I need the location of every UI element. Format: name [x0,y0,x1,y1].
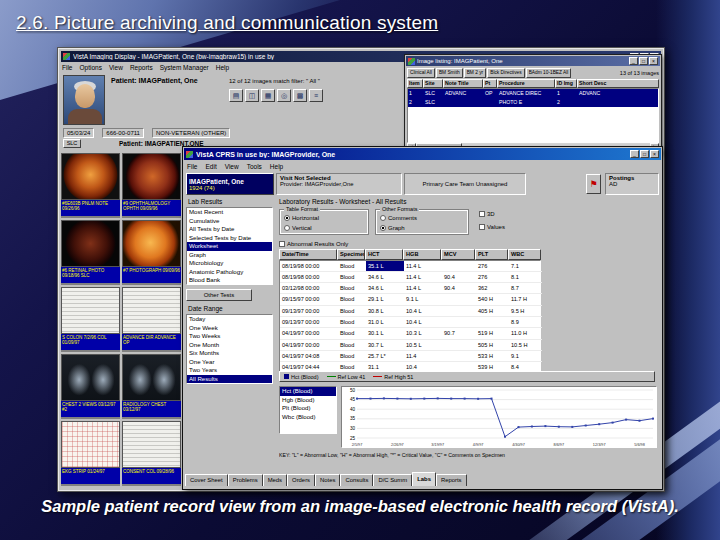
column-header[interactable]: Note Title [443,79,483,88]
menu-item[interactable]: System Manager [160,64,209,71]
column-header[interactable]: Specimen [337,249,365,260]
site-button[interactable]: SLC [63,139,81,148]
list-item[interactable]: Most Recent [187,208,272,217]
toolbar-button-icon[interactable]: ▩ [293,89,307,102]
close-icon[interactable]: × [650,150,659,158]
tab[interactable]: Problems [228,474,263,486]
column-header[interactable]: Short Desc [577,79,659,88]
list-item[interactable]: All Tests by Date [187,225,272,234]
list-item[interactable]: Hgb (Blood) [280,396,336,405]
list-item[interactable]: Plt (Blood) [280,404,336,413]
image-thumbnail[interactable]: #7 PHOTOGRAPH 09/09/96 [122,220,181,285]
menu-item[interactable]: Help [270,163,283,170]
table-row[interactable]: 09/13/97 00:00 Blood 30.8 L 10.4 L 405 H… [280,306,540,317]
list-item[interactable]: One Week [187,324,272,333]
column-header[interactable]: Pt [483,79,497,88]
menu-item[interactable]: View [109,64,123,71]
toolbar-button-icon[interactable]: ◫ [245,89,259,102]
cprs-titlebar[interactable]: VistA CPRS in use by: IMAGProvider, One … [184,148,661,160]
list-item[interactable]: Hct (Blood) [280,387,336,396]
table-row[interactable]: 04/19/97 00:00 Blood 30.7 L 10.5 L 505 H… [280,340,540,351]
filter-button[interactable]: BM 2 yr [464,68,487,78]
filter-button[interactable]: BM Smith [436,68,463,78]
column-header[interactable]: HCT [365,249,403,260]
list-item[interactable]: Blood Bank [187,276,272,285]
filter-button[interactable]: Blck Directives [487,68,524,78]
table-row[interactable]: 1 SLC ADVANC OP ADVANCE DIREC 1 ADVANC [408,89,658,98]
tab[interactable]: Meds [263,474,287,486]
alert-flag-icon[interactable]: ⚑ [586,174,601,194]
menu-item[interactable]: File [187,163,197,170]
list-item[interactable]: Microbiology [187,259,272,268]
filter-button[interactable]: BAdm 10-1BEZ All [526,68,572,78]
tab[interactable]: Orders [287,474,315,486]
maximize-icon[interactable]: □ [639,57,648,65]
radio-option[interactable]: Vertical [284,223,364,233]
list-item[interactable]: One Year [187,358,272,367]
minimize-icon[interactable]: _ [629,57,638,65]
list-item[interactable]: Graph [187,251,272,260]
listing-titlebar[interactable]: Image listing: IMAGPatient, One _ □ × [406,56,660,66]
column-header[interactable]: ID Img [555,79,577,88]
tab[interactable]: Reports [436,474,467,486]
tab[interactable]: Labs [412,472,436,486]
menu-item[interactable]: Options [79,64,101,71]
column-header[interactable]: MCV [441,249,475,260]
menu-item[interactable]: View [225,163,239,170]
column-header[interactable]: Site [423,79,443,88]
table-row[interactable]: 04/19/97 00:00 Blood 30.1 L 10.3 L 90.7 … [280,328,540,339]
filter-button[interactable]: Clinical All [407,68,435,78]
image-thumbnail[interactable]: #9 OPHTHALMOLOGY OPHTH 09/09/96 [122,153,181,218]
image-thumbnail[interactable]: #6 RETINAL PHOTO 09/18/96 SLC [61,220,120,285]
tab[interactable]: D/C Summ [373,474,412,486]
image-thumbnail[interactable]: #6E603B PNLM NOTE 09/26/96 [61,153,120,218]
toolbar-button-icon[interactable]: ▦ [261,89,275,102]
toolbar-button-icon[interactable]: ▤ [229,89,243,102]
care-team-box[interactable]: Primary Care Team Unassigned [404,173,526,195]
tab[interactable]: Consults [340,474,373,486]
list-item[interactable]: Anatomic Pathology [187,268,272,277]
column-header[interactable]: Item [407,79,423,88]
other-tests-button[interactable]: Other Tests [186,289,252,301]
tab[interactable]: Notes [315,474,340,486]
list-item[interactable]: Worksheet [187,242,272,251]
column-header[interactable]: Date/Time [279,249,337,260]
menu-item[interactable]: Tools [247,163,262,170]
maximize-icon[interactable]: □ [640,150,649,158]
menu-item[interactable]: Help [216,64,229,71]
menu-item[interactable]: File [62,64,72,71]
table-row[interactable]: 03/12/98 00:00 Blood 34.6 L 11.4 L 90.4 … [280,283,540,294]
minimize-icon[interactable]: _ [630,150,639,158]
table-row[interactable]: 09/13/97 00:00 Blood 31.0 L 10.4 L 8.9 [280,317,540,328]
column-header[interactable]: Procedure [497,79,555,88]
toolbar-button-icon[interactable]: ◎ [277,89,291,102]
list-item[interactable]: All Results [187,375,272,384]
table-row[interactable]: 08/19/98 00:00 Blood 35.1 L 11.4 L 276 7… [280,261,540,272]
list-item[interactable]: Six Months [187,349,272,358]
column-header[interactable]: PLT [475,249,508,260]
visit-box[interactable]: Visit Not Selected Provider: IMAGProvide… [276,173,402,195]
radio-option[interactable]: Horizontal [284,213,364,223]
radio-option[interactable]: Comments [380,213,464,223]
table-row[interactable]: 09/15/97 00:00 Blood 29.1 L 9.1 L 540 H … [280,294,540,305]
list-item[interactable]: Cumulative [187,217,272,226]
column-header[interactable]: HGB [403,249,441,260]
checkbox-option[interactable]: 3D [479,209,505,219]
list-item[interactable]: Today [187,315,272,324]
list-item[interactable]: One Month [187,341,272,350]
image-thumbnail[interactable]: ADVANCE DIR ADVANCE OP [122,287,181,352]
list-item[interactable]: Selected Tests by Date [187,234,272,243]
image-thumbnail[interactable]: S COLON 7/2/96 COL 01/09/97 [61,287,120,352]
menu-item[interactable]: Edit [205,163,216,170]
list-item[interactable]: Two Years [187,366,272,375]
radio-option[interactable]: Graph [380,223,464,233]
table-row[interactable]: 2 SLC PHOTO E 2 [408,98,658,107]
close-icon[interactable]: × [649,57,658,65]
table-row[interactable]: 08/19/98 00:00 Blood 34.6 L 11.4 L 90.4 … [280,272,540,283]
checkbox-option[interactable]: Values [479,222,505,232]
menu-item[interactable]: Reports [130,64,153,71]
image-thumbnail[interactable]: RADIOLOGY CHEST 03/12/97 [122,354,181,419]
list-item[interactable]: Two Weeks [187,332,272,341]
abnormal-only-checkbox[interactable]: Abnormal Results Only [279,239,348,249]
table-row[interactable]: 04/19/97 04:08 Blood 25.7 L* 11.4 533 H … [280,351,540,362]
